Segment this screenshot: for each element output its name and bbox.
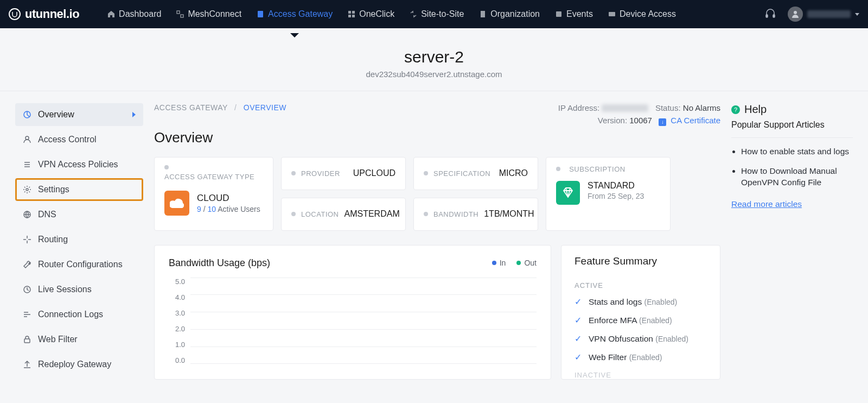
sidebar-item-label: Routing xyxy=(38,235,68,244)
sidebar-item-routing[interactable]: Routing xyxy=(15,228,143,251)
feature-title: Feature Summary xyxy=(575,255,707,267)
gateway-users: 9 / 10 Active Users xyxy=(197,205,260,213)
device-icon xyxy=(608,10,616,18)
chart-legend: In Out xyxy=(492,259,537,267)
card-label: SUBSCRIPTION xyxy=(569,165,626,173)
support-icon[interactable] xyxy=(765,9,776,20)
gateway-icon xyxy=(257,10,264,18)
feature-inactive-label: INACTIVE xyxy=(575,371,707,379)
svg-rect-3 xyxy=(348,11,351,14)
sidebar-item-live-sessions[interactable]: Live Sessions xyxy=(15,278,143,301)
nav-oneclick[interactable]: OneClick xyxy=(341,5,401,23)
chart-yaxis: 5.0 4.0 3.0 2.0 1.0 0.0 xyxy=(169,278,190,364)
sidebar-item-label: Live Sessions xyxy=(38,285,92,294)
brand-logo[interactable]: utunnel.io xyxy=(9,7,79,21)
feature-item: ✓ Web Filter (Enabled) xyxy=(575,352,707,362)
nav-label: OneClick xyxy=(359,9,394,19)
feature-active-label: ACTIVE xyxy=(575,281,707,289)
breadcrumb-root[interactable]: ACCESS GATEWAY xyxy=(154,103,228,112)
nav-dashboard[interactable]: Dashboard xyxy=(101,5,168,23)
sidebar-item-label: Web Filter xyxy=(38,335,78,344)
help-title: ? Help xyxy=(731,103,853,116)
svg-rect-8 xyxy=(556,11,561,17)
help-article[interactable]: How to enable stats and logs xyxy=(741,146,853,158)
nav-access-gateway[interactable]: Access Gateway xyxy=(250,5,339,23)
list-icon xyxy=(23,160,31,169)
svg-point-15 xyxy=(26,188,28,191)
sidebar-item-dns[interactable]: DNS xyxy=(15,203,143,226)
subscription-value: STANDARD xyxy=(588,181,644,191)
nav-right xyxy=(765,7,859,22)
sidebar-item-label: Access Control xyxy=(38,135,97,144)
sidebar-item-overview[interactable]: Overview xyxy=(15,103,143,126)
nav-device-access[interactable]: Device Access xyxy=(602,5,682,23)
card-provider: PROVIDER UPCLOUD xyxy=(281,157,406,190)
help-articles: How to enable stats and logs How to Down… xyxy=(731,146,853,188)
help-panel: ? Help Popular Support Articles How to e… xyxy=(731,103,853,380)
svg-rect-10 xyxy=(766,15,768,17)
sidebar-item-web-filter[interactable]: Web Filter xyxy=(15,328,143,351)
gateway-type-value: CLOUD xyxy=(197,193,260,204)
status-block: IP Address: Status: No Alarms Version: 1… xyxy=(558,103,720,126)
clock-icon xyxy=(23,285,31,294)
sidebar-item-connection-logs[interactable]: Connection Logs xyxy=(15,303,143,326)
legend-dot-in xyxy=(492,261,496,265)
crosshair-icon xyxy=(23,235,31,244)
home-icon xyxy=(107,10,115,18)
card-label: SPECIFICATION xyxy=(433,169,490,178)
nav-organization[interactable]: Organization xyxy=(473,5,546,23)
card-label: BANDWIDTH xyxy=(433,210,478,218)
check-icon: ✓ xyxy=(575,352,582,362)
help-subtitle: Popular Support Articles xyxy=(731,120,853,138)
svg-rect-9 xyxy=(609,12,615,16)
layout: Overview Access Control VPN Access Polic… xyxy=(0,91,868,380)
user-name xyxy=(807,10,851,18)
svg-point-12 xyxy=(794,11,797,14)
pie-icon xyxy=(23,110,31,119)
globe-icon xyxy=(23,210,31,219)
gear-icon xyxy=(23,185,31,194)
spec-value: MICRO xyxy=(499,168,528,178)
card-spec: SPECIFICATION MICRO xyxy=(413,157,538,190)
chevron-down-icon xyxy=(855,13,859,16)
heading: Overview xyxy=(154,129,720,146)
nav-site-to-site[interactable]: Site-to-Site xyxy=(403,5,470,23)
lines-icon xyxy=(23,310,31,319)
sidebar-item-vpn-policies[interactable]: VPN Access Policies xyxy=(15,153,143,176)
sidebar-item-label: VPN Access Policies xyxy=(38,160,118,169)
sidebar-item-settings[interactable]: Settings xyxy=(15,178,143,201)
user-menu[interactable] xyxy=(788,7,859,22)
nav-events[interactable]: Events xyxy=(548,5,599,23)
sidebar-item-redeploy[interactable]: Redeploy Gateway xyxy=(15,353,143,376)
nav-meshconnect[interactable]: MeshConnect xyxy=(170,5,248,23)
nav-items: Dashboard MeshConnect Access Gateway One… xyxy=(101,5,682,23)
help-article[interactable]: How to Download Manual OpenVPN Config Fi… xyxy=(741,165,853,188)
svg-rect-0 xyxy=(177,11,180,14)
svg-rect-1 xyxy=(181,15,183,17)
svg-point-14 xyxy=(25,136,29,140)
download-icon: ↓ xyxy=(659,118,666,126)
svg-rect-18 xyxy=(24,339,30,343)
sidebar-item-label: Overview xyxy=(38,110,74,119)
card-label: LOCATION xyxy=(301,210,339,218)
feature-item: ✓ Enforce MFA (Enabled) xyxy=(575,316,707,325)
subscription-date: From 25 Sep, 23 xyxy=(588,192,644,200)
sidebar-item-label: Connection Logs xyxy=(38,310,103,319)
feature-summary: Feature Summary ACTIVE ✓ Stats and logs … xyxy=(561,245,720,380)
sidebar-item-access-control[interactable]: Access Control xyxy=(15,128,143,151)
help-icon: ? xyxy=(731,105,740,114)
dot-icon xyxy=(164,165,169,169)
avatar xyxy=(788,7,803,22)
nav-label: Events xyxy=(566,9,593,19)
sidebar-item-router-config[interactable]: Router Configurations xyxy=(15,253,143,276)
cards-row: ACCESS GATEWAY TYPE CLOUD 9 / 10 Active … xyxy=(154,157,720,231)
card-gateway-type: ACCESS GATEWAY TYPE CLOUD 9 / 10 Active … xyxy=(154,157,273,231)
version-value: 10067 xyxy=(629,116,652,125)
mesh-icon xyxy=(176,10,184,18)
svg-rect-11 xyxy=(773,15,775,17)
ip-label: IP Address: xyxy=(558,103,599,112)
ca-cert-link[interactable]: CA Certificate xyxy=(671,116,720,125)
help-more-link[interactable]: Read more articles xyxy=(731,199,802,209)
sidebar-item-label: Redeploy Gateway xyxy=(38,360,111,369)
lower-row: Bandwidth Usage (bps) In Out 5.0 4.0 3.0… xyxy=(154,245,720,380)
